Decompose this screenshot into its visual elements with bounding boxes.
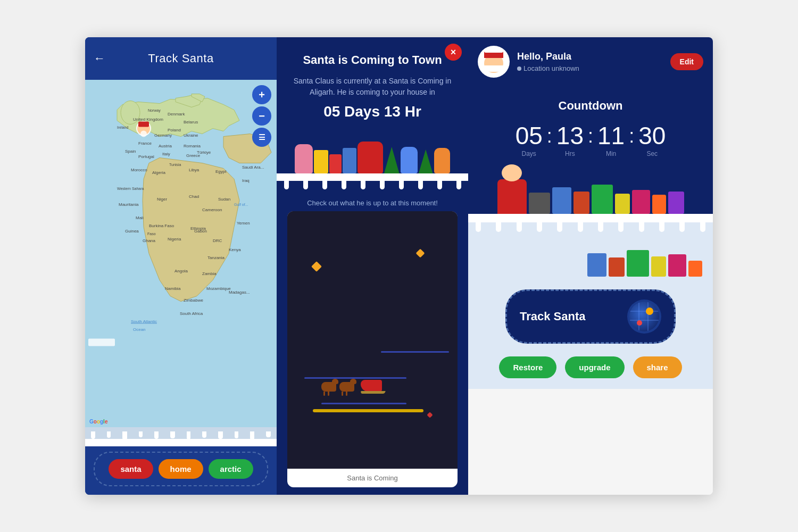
countdown-display: 05 Days : 13 Hrs : 11 Min : 30 Sec (484, 123, 697, 157)
icicle (342, 181, 346, 189)
back-button[interactable]: ← (94, 52, 105, 65)
svg-text:Libya: Libya (189, 168, 200, 172)
restore-button[interactable]: Restore (499, 356, 556, 378)
popup-icicles (277, 181, 468, 192)
map-header: ← Track Santa (85, 37, 277, 80)
map-nav-container: santa home arctic (94, 452, 268, 486)
svg-text:South Africa: South Africa (180, 311, 203, 316)
svg-text:Germany: Germany (154, 133, 172, 138)
countdown-section: Countdown 05 Days : 13 Hrs : 11 Min : (468, 86, 713, 214)
santas-sleigh (361, 380, 382, 392)
profile-location: Location unknown (517, 64, 663, 72)
countdown-min: 11 Min (597, 123, 625, 157)
edit-profile-button[interactable]: Edit (670, 53, 703, 70)
svg-text:Sudan: Sudan (218, 197, 230, 202)
gifts-stack (587, 250, 702, 277)
popup-top: Santa is Coming to Town Santa Claus is c… (277, 37, 468, 173)
globe-location-dot (637, 320, 642, 326)
character-elf-orange (434, 148, 450, 173)
popup-video-card[interactable]: Santa is Coming (287, 211, 458, 487)
panel-map: ← Track Santa United Kingd (85, 37, 277, 495)
countdown-sec-num: 30 (638, 123, 666, 148)
svg-text:Saudi Ara...: Saudi Ara... (242, 165, 264, 170)
upgrade-button[interactable]: upgrade (565, 356, 624, 378)
svg-text:Western Sahara: Western Sahara (117, 187, 144, 190)
track-santa-button[interactable]: Track Santa (505, 289, 676, 344)
gift-box-4 (651, 256, 666, 277)
svg-text:South Atlantic: South Atlantic (131, 319, 157, 324)
arctic-nav-button[interactable]: arctic (209, 459, 253, 479)
panel-profile: Hello, Paula Location unknown Edit Count… (468, 37, 713, 495)
gift-orange-r (652, 195, 666, 214)
colon-2: : (588, 125, 593, 147)
santa-head (502, 164, 522, 181)
popup-body-text: Santa Claus is currently at a Santa is C… (289, 76, 455, 98)
icicle (418, 181, 423, 189)
icicle (700, 222, 705, 232)
svg-text:Denmark: Denmark (168, 112, 185, 117)
icicle (284, 181, 289, 189)
svg-text:Belarus: Belarus (184, 120, 198, 124)
location-icon (517, 66, 521, 71)
svg-text:Egypt: Egypt (215, 169, 227, 174)
char-santa-right (497, 179, 527, 214)
svg-text:Angola: Angola (174, 269, 188, 273)
countdown-hrs-label: Hrs (556, 150, 584, 157)
zoom-in-button[interactable]: + (252, 85, 271, 104)
gift-yellow (314, 150, 328, 173)
google-logo: Google (89, 419, 107, 425)
gift-area (468, 234, 713, 277)
icicle (618, 222, 624, 232)
colon-1: : (547, 125, 552, 147)
profile-header: Hello, Paula Location unknown Edit (468, 37, 713, 86)
bottom-buttons: Restore upgrade share (468, 352, 713, 389)
popup-characters (289, 131, 455, 173)
svg-text:Zambia: Zambia (202, 271, 217, 276)
map-area[interactable]: United Kingdom Ireland Denmark Norway Be… (85, 80, 277, 427)
svg-point-56 (140, 131, 147, 137)
svg-text:Madagas...: Madagas... (229, 290, 250, 295)
profile-roof-icicles (468, 222, 713, 234)
reindeer-legs-2 (342, 392, 347, 396)
svg-text:Cameroon: Cameroon (202, 207, 222, 212)
countdown-min-num: 11 (597, 123, 625, 148)
home-nav-button[interactable]: home (159, 459, 203, 479)
gift-box-1 (587, 253, 606, 277)
icicle (557, 222, 562, 232)
share-button[interactable]: share (633, 356, 682, 378)
track-santa-button-section: Track Santa (468, 277, 713, 352)
santa-nav-button[interactable]: santa (109, 459, 153, 479)
icicle (639, 222, 644, 232)
gift-box-5 (668, 254, 686, 277)
svg-text:Romania: Romania (184, 144, 201, 148)
gift-blue (343, 148, 357, 173)
icicle (322, 181, 327, 189)
track-santa-button-label: Track Santa (520, 310, 619, 323)
countdown-hrs-num: 13 (556, 123, 584, 148)
countdown-days: 05 Days (516, 123, 543, 157)
svg-text:Burkina Faso: Burkina Faso (149, 223, 174, 228)
close-button[interactable]: × (445, 44, 462, 61)
svg-text:Faso: Faso (147, 232, 156, 236)
popup-check-text: Check out what he is up to at this momen… (277, 192, 468, 211)
icicle (399, 181, 404, 189)
gift-green-r (592, 185, 613, 214)
svg-text:Mozambique: Mozambique (206, 286, 231, 291)
popup-video-area (287, 211, 458, 469)
svg-text:Austria: Austria (159, 144, 172, 148)
svg-text:Spain: Spain (125, 149, 136, 154)
popup-countdown-text: 05 Days 13 Hr (289, 103, 455, 120)
gift-dark (529, 193, 550, 214)
icicle (361, 181, 365, 189)
reindeer-2 (339, 382, 354, 392)
globe-line-v2 (647, 302, 649, 331)
svg-text:Ocean: Ocean (133, 327, 146, 332)
gift-box-6 (688, 261, 702, 277)
character-elf-blue (401, 147, 418, 173)
zoom-out-button[interactable]: − (252, 106, 271, 126)
countdown-days-num: 05 (516, 123, 543, 148)
popup-snow-bar (277, 173, 468, 181)
svg-text:DRC: DRC (213, 238, 222, 243)
layers-button[interactable]: ☰ (252, 128, 271, 147)
colon-3: : (629, 125, 634, 147)
